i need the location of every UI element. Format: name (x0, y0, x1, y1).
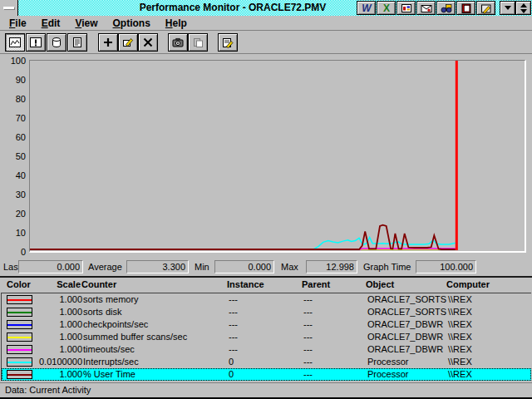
separator-line (0, 276, 532, 278)
counter-cell: checkpoints/sec (83, 318, 148, 331)
status-bar: Data: Current Activity (0, 382, 532, 397)
legend-row[interactable]: 1.000sorts memory------ORACLE7_SORTS\\RE… (2, 293, 531, 306)
add-icon (101, 37, 115, 48)
header-parent: Parent (302, 279, 330, 289)
scale-cell: 0.0100000 (27, 356, 82, 368)
legend-row[interactable]: 1.000sorts disk------ORACLE7_SORTS\\REX (2, 306, 531, 318)
parent-cell: --- (303, 343, 313, 356)
scale-cell: 1.000 (27, 293, 82, 306)
log-view-button[interactable] (47, 33, 66, 52)
parent-cell: --- (303, 318, 313, 331)
instance-cell: 0 (229, 356, 234, 368)
parent-cell: --- (303, 356, 313, 368)
scale-cell: 1.000 (27, 318, 82, 331)
menu-view[interactable]: View (67, 17, 105, 29)
book-button[interactable] (456, 1, 475, 15)
header-computer: Computer (446, 279, 490, 289)
computer-cell: \\REX (448, 343, 472, 356)
legend-row[interactable]: 0.0100000Interrupts/sec0---Processor\\RE… (2, 356, 531, 368)
system-menu-button[interactable] (0, 0, 18, 16)
header-counter: Counter (81, 279, 116, 289)
y-tick-label: 40 (0, 170, 26, 181)
computer-cell: \\REX (448, 318, 472, 331)
legend-row[interactable]: 1.000% User Time0---Processor\\REX (2, 368, 531, 381)
object-cell: ORACLE7_SORTS (367, 293, 446, 306)
object-cell: ORACLE7_DBWR (367, 318, 443, 331)
computer-cell: \\REX (448, 356, 472, 368)
edit-icon (121, 37, 135, 48)
find-file-button[interactable] (436, 1, 456, 15)
powerpoint-button[interactable] (397, 1, 416, 15)
y-tick-label: 50 (0, 150, 26, 162)
restore-down-icon (520, 9, 527, 13)
counter-cell: sorts disk (83, 306, 121, 318)
word-button[interactable]: W (357, 1, 376, 15)
instance-cell: 0 (229, 368, 234, 381)
menu-edit[interactable]: Edit (34, 17, 68, 29)
menu-help[interactable]: Help (158, 17, 195, 29)
counter-cell: Interrupts/sec (83, 356, 139, 368)
object-cell: ORACLE7_DBWR (367, 331, 443, 343)
series-user-time (30, 225, 456, 249)
counter-cell: timeouts/sec (83, 343, 135, 356)
legend-row[interactable]: 1.000checkpoints/sec------ORACLE7_DBWR\\… (2, 318, 531, 331)
y-tick-label: 90 (0, 74, 26, 86)
y-tick-label: 20 (0, 208, 26, 219)
alert-view-button[interactable] (26, 33, 46, 52)
menu-options[interactable]: Options (106, 17, 158, 29)
graph-time-value: 100.000 (416, 260, 476, 273)
parent-cell: --- (303, 331, 313, 343)
instance-cell: --- (229, 331, 238, 343)
y-tick-label: 80 (0, 93, 26, 105)
chart-region: 1009080706050403020100 (0, 54, 532, 259)
y-tick-label: 60 (0, 131, 26, 143)
system-menu-icon (3, 7, 14, 9)
last-value: 0.000 (18, 260, 83, 273)
add-counter-button[interactable] (98, 33, 118, 52)
report-view-icon (71, 37, 84, 48)
counter-cell: sorts memory (83, 293, 139, 306)
computer-cell: \\REX (448, 306, 472, 318)
counter-cell: % User Time (83, 368, 135, 381)
y-tick-label: 100 (0, 55, 26, 66)
options-icon (221, 37, 234, 48)
object-cell: ORACLE7_SORTS (367, 306, 446, 318)
bookmark-button[interactable] (188, 33, 208, 52)
restore-button[interactable] (515, 1, 531, 15)
legend-row[interactable]: 1.000timeouts/sec------ORACLE7_DBWR\\REX (2, 343, 531, 356)
scale-cell: 1.000 (27, 343, 82, 356)
scale-cell: 1.000 (27, 331, 82, 343)
instance-cell: --- (229, 343, 238, 356)
word-icon: W (360, 2, 373, 14)
update-now-button[interactable] (168, 33, 188, 52)
delete-selection-button[interactable] (138, 33, 158, 52)
bookmark-icon (191, 37, 204, 48)
toolbar (0, 32, 532, 54)
menu-bar: File Edit View Options Help (0, 16, 532, 31)
menu-file[interactable]: File (2, 17, 34, 29)
computer-cell: \\REX (448, 331, 472, 343)
status-text: Data: Current Activity (5, 385, 91, 395)
chart-view-button[interactable] (5, 33, 25, 52)
powerpoint-icon (400, 2, 413, 14)
average-label: Average (88, 262, 122, 272)
organizer-button[interactable] (476, 1, 495, 15)
legend-header: Color Scale Counter Instance Parent Obje… (0, 278, 532, 292)
object-cell: ORACLE7_DBWR (367, 343, 443, 356)
parent-cell: --- (303, 368, 313, 381)
report-view-button[interactable] (67, 33, 87, 52)
edit-selection-button[interactable] (118, 33, 138, 52)
scale-cell: 1.000 (27, 306, 82, 318)
organizer-icon (480, 2, 493, 14)
minimize-button[interactable] (500, 1, 515, 15)
y-tick-label: 70 (0, 112, 26, 124)
legend-row[interactable]: 1.000summed buffer scans/sec------ORACLE… (2, 331, 531, 343)
options-button[interactable] (218, 33, 238, 52)
mail-button[interactable] (416, 1, 436, 15)
min-label: Min (195, 262, 209, 272)
excel-button[interactable]: X (377, 1, 396, 15)
minimize-icon (505, 6, 511, 10)
parent-cell: --- (303, 293, 313, 306)
object-cell: Processor (367, 356, 409, 368)
counter-cell: summed buffer scans/sec (83, 331, 187, 343)
